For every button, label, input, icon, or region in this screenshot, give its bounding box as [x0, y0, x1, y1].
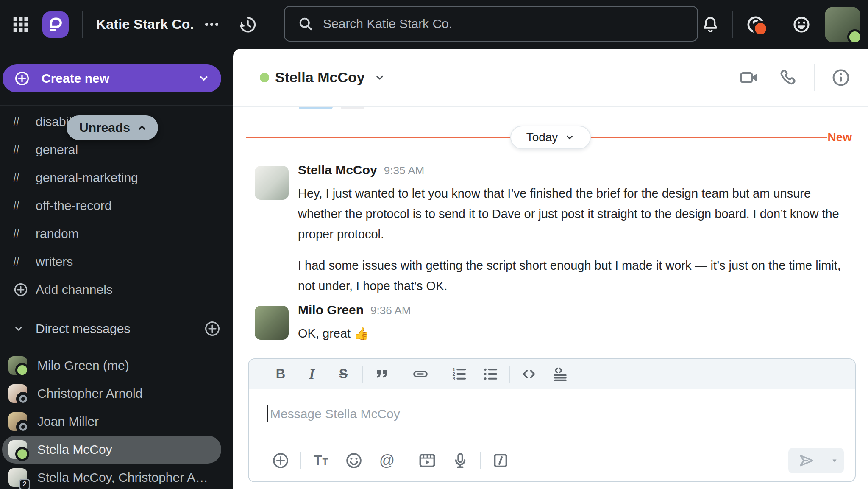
bold-icon[interactable]: B — [265, 359, 296, 389]
chevron-down-icon — [13, 323, 25, 335]
italic-icon[interactable]: I — [296, 359, 328, 389]
audio-message-icon[interactable] — [444, 439, 477, 481]
avatar[interactable] — [255, 166, 289, 200]
hash-icon: # — [13, 170, 36, 185]
add-dm-icon[interactable] — [203, 320, 221, 338]
add-channels-button[interactable]: Add channels — [0, 276, 233, 304]
message-author[interactable]: Milo Green — [298, 303, 364, 317]
emoji-icon[interactable] — [337, 439, 370, 481]
channel-label: off-the-record — [36, 198, 112, 213]
toolbar-divider — [509, 366, 510, 383]
sidebar-item-channel[interactable]: #random — [0, 220, 233, 248]
cropped-reaction-chip — [299, 107, 333, 109]
toolbar-divider — [407, 452, 407, 469]
message-list: Today New Stella McCoy9:35 AMHey, I just… — [233, 106, 868, 358]
sidebar-item-channel[interactable]: #writers — [0, 248, 233, 276]
plus-circle-icon — [14, 70, 31, 87]
message-text: Hey, I just wanted to let you know that … — [298, 183, 843, 244]
conversation-header: Stella McCoy — [233, 49, 868, 106]
svg-text:3: 3 — [453, 376, 455, 381]
sidebar-item-dm[interactable]: Joan Miller — [0, 408, 233, 436]
sidebar-item-channel[interactable]: #off-the-record — [0, 192, 233, 220]
unreads-pill[interactable]: Unreads — [67, 115, 158, 140]
chevron-up-icon — [136, 122, 148, 134]
unreads-label: Unreads — [79, 120, 130, 135]
dm-list: Milo Green (me)Christopher ArnoldJoan Mi… — [0, 352, 233, 489]
input-placeholder: Message Stella McCoy — [270, 407, 400, 421]
search-bar[interactable]: Search Katie Stark Co. — [284, 6, 698, 42]
conversation-panel: Stella McCoy — [233, 49, 868, 489]
composer-action-bar: TT@ — [249, 439, 855, 481]
search-icon — [298, 16, 314, 32]
user-presence-indicator — [847, 29, 862, 45]
message-input[interactable]: Message Stella McCoy — [249, 389, 855, 439]
date-divider-button[interactable]: Today — [510, 126, 591, 149]
chevron-down-icon — [198, 72, 210, 85]
send-button[interactable] — [788, 448, 825, 473]
chevron-down-icon — [565, 132, 575, 143]
avatar: 2 — [8, 468, 27, 487]
create-new-button[interactable]: Create new — [3, 64, 221, 92]
sidebar-divider — [0, 105, 233, 106]
send-button-group — [788, 448, 844, 473]
send-options-button[interactable] — [825, 448, 844, 473]
strikethrough-icon[interactable]: S — [328, 359, 359, 389]
toolbar-divider — [362, 366, 363, 383]
sidebar: Create new #disability#general#general-m… — [0, 49, 233, 489]
message-composer: BIS123 Message Stella McCoy TT@ — [248, 358, 856, 482]
attach-plus-icon[interactable] — [264, 439, 297, 481]
dm-label: Milo Green (me) — [37, 358, 129, 373]
set-status-emoji-icon[interactable] — [792, 15, 811, 34]
notifications-bell-icon[interactable] — [701, 15, 720, 34]
message-timestamp: 9:36 AM — [370, 304, 411, 317]
direct-messages-header[interactable]: Direct messages — [0, 315, 233, 343]
cropped-reaction-chip — [341, 107, 364, 109]
conversation-title: Stella McCoy — [275, 69, 365, 86]
workspace-switcher[interactable]: Katie Stark Co. — [96, 17, 194, 32]
group-member-count-badge: 2 — [19, 479, 30, 489]
sidebar-item-dm[interactable]: Stella McCoy — [2, 436, 221, 464]
video-call-icon[interactable] — [739, 67, 759, 88]
online-status-dot — [15, 363, 29, 377]
info-icon[interactable] — [831, 67, 851, 88]
sidebar-item-channel[interactable]: #general-marketing — [0, 164, 233, 192]
ordered-list-icon[interactable]: 123 — [443, 359, 475, 389]
offline-status-ring — [16, 392, 30, 406]
link-icon[interactable] — [405, 359, 436, 389]
unordered-list-icon[interactable] — [475, 359, 506, 389]
toolbar-divider — [440, 366, 440, 383]
workspace-more-icon[interactable] — [205, 23, 218, 26]
message-author[interactable]: Stella McCoy — [298, 163, 377, 177]
history-icon[interactable] — [238, 15, 257, 34]
insert-tools: TT@ — [264, 439, 517, 481]
sidebar-item-dm[interactable]: 2Stella McCoy, Christopher A… — [0, 464, 233, 489]
video-message-icon[interactable] — [411, 439, 444, 481]
presence-indicator — [260, 73, 269, 82]
sidebar-item-dm[interactable]: Milo Green (me) — [0, 352, 233, 380]
toolbar-divider — [480, 452, 481, 469]
dm-label: Christopher Arnold — [37, 386, 142, 401]
workspace-name: Katie Stark Co. — [96, 17, 194, 32]
mention-icon[interactable]: @ — [370, 439, 403, 481]
avatar[interactable] — [255, 306, 289, 340]
topbar-divider — [732, 11, 733, 38]
voice-call-icon[interactable] — [778, 67, 798, 88]
pumble-logo-icon[interactable] — [42, 11, 69, 38]
conversation-menu-chevron-icon[interactable] — [373, 71, 386, 84]
avatar — [8, 384, 27, 403]
apps-grid-icon[interactable] — [11, 15, 31, 34]
quote-icon[interactable] — [366, 359, 398, 389]
create-new-label: Create new — [42, 71, 109, 86]
online-status-dot — [15, 447, 29, 461]
code-block-icon[interactable] — [545, 359, 576, 389]
code-icon[interactable] — [513, 359, 545, 389]
user-avatar[interactable] — [825, 7, 860, 42]
sidebar-item-dm[interactable]: Christopher Arnold — [0, 380, 233, 408]
channel-label: general — [36, 143, 78, 157]
topbar-divider — [779, 11, 779, 38]
help-icon[interactable] — [746, 14, 766, 35]
shortcuts-icon[interactable] — [484, 439, 517, 481]
text-format-icon[interactable]: TT — [304, 439, 337, 481]
plus-circle-icon — [13, 282, 29, 298]
channel-label: random — [36, 226, 79, 241]
